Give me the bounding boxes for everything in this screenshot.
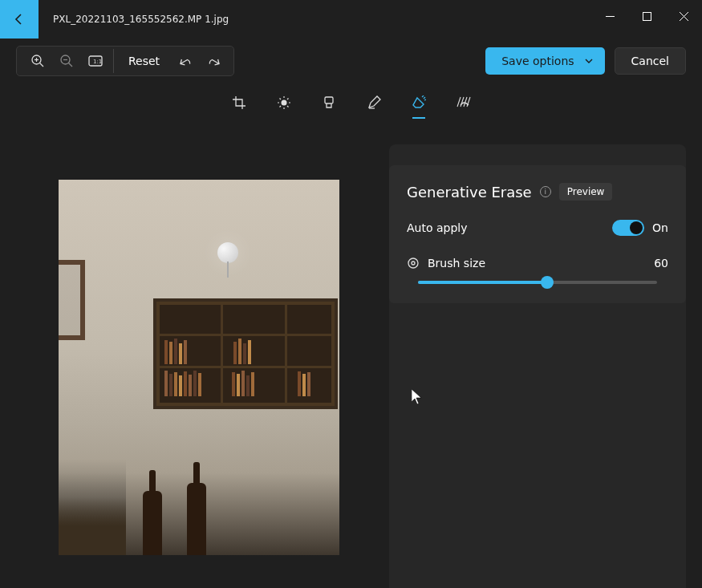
undo-icon (178, 54, 193, 68)
reset-button[interactable]: Reset (117, 55, 171, 67)
info-icon[interactable]: i (540, 186, 551, 197)
chevron-down-icon (584, 56, 594, 66)
maximize-icon (643, 12, 651, 21)
redo-icon (207, 54, 221, 68)
maximize-button[interactable] (628, 3, 665, 29)
crop-icon (232, 95, 246, 110)
svg-rect-20 (325, 97, 333, 103)
save-options-button[interactable]: Save options (485, 47, 604, 75)
undo-button[interactable] (171, 47, 200, 75)
svg-point-26 (408, 258, 418, 268)
panel-title: Generative Erase (407, 184, 532, 201)
save-label: Save options (501, 55, 574, 67)
svg-line-18 (279, 106, 281, 107)
svg-line-3 (40, 63, 44, 67)
auto-apply-toggle[interactable] (612, 220, 644, 236)
brush-icon (407, 257, 420, 270)
svg-line-22 (457, 97, 461, 107)
minimize-button[interactable] (591, 3, 628, 29)
svg-line-16 (279, 99, 281, 100)
svg-line-25 (467, 97, 470, 107)
svg-text:1:1: 1:1 (93, 59, 102, 65)
tab-adjust[interactable] (273, 87, 295, 119)
tab-filter[interactable] (318, 87, 340, 119)
preview-badge: Preview (559, 183, 613, 201)
svg-line-24 (464, 97, 467, 107)
svg-point-11 (281, 100, 286, 106)
zoom-in-icon (30, 54, 45, 68)
markup-icon (367, 95, 381, 110)
side-panel: Generative Erase i Preview Auto apply On… (389, 144, 686, 588)
svg-line-19 (287, 99, 289, 100)
canvas-area[interactable] (8, 122, 389, 588)
svg-line-17 (287, 106, 289, 107)
file-name: PXL_20221103_165552562.MP 1.jpg (53, 14, 229, 25)
brush-size-slider[interactable] (418, 281, 657, 284)
redo-button[interactable] (200, 47, 229, 75)
auto-apply-label: Auto apply (407, 221, 467, 234)
close-icon (680, 12, 688, 21)
zoom-out-icon (59, 54, 74, 68)
svg-rect-1 (643, 12, 651, 20)
cancel-button[interactable]: Cancel (615, 47, 686, 75)
tab-markup[interactable] (363, 87, 385, 119)
minimize-icon (606, 12, 615, 21)
tab-erase[interactable] (408, 87, 430, 119)
edited-photo[interactable] (59, 180, 339, 555)
back-button[interactable] (0, 0, 39, 39)
brush-size-label: Brush size (428, 257, 485, 270)
brush-size-value: 60 (654, 257, 668, 270)
filter-icon (322, 95, 336, 110)
tab-crop[interactable] (228, 87, 250, 119)
tab-background[interactable] (452, 87, 475, 119)
auto-apply-state: On (652, 221, 668, 234)
slider-thumb[interactable] (541, 276, 554, 289)
toolbar-divider (113, 49, 114, 73)
fit-icon: 1:1 (88, 55, 103, 67)
zoom-in-button[interactable] (23, 47, 52, 75)
svg-line-7 (69, 63, 73, 67)
arrow-left-icon (13, 13, 26, 26)
background-icon (456, 95, 472, 110)
zoom-out-button[interactable] (52, 47, 81, 75)
erase-icon (412, 95, 426, 110)
close-button[interactable] (665, 3, 702, 29)
adjust-icon (277, 95, 291, 110)
svg-point-27 (412, 262, 415, 265)
fit-button[interactable]: 1:1 (81, 47, 110, 75)
